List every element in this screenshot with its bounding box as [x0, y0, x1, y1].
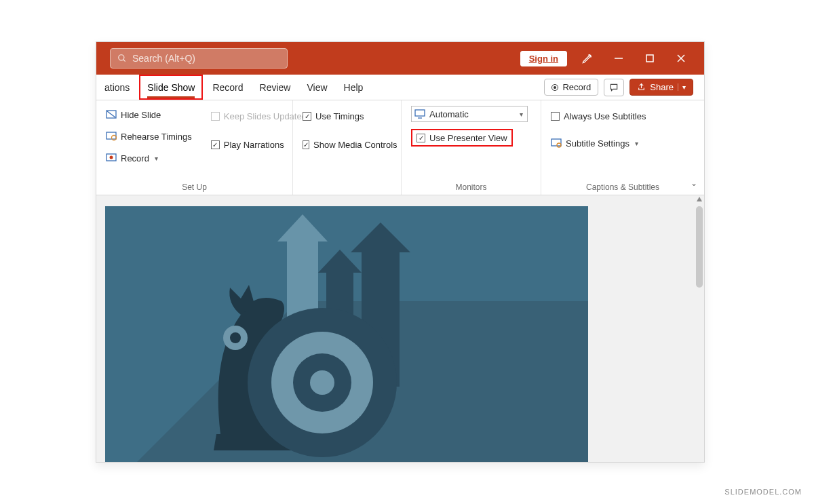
close-button[interactable] [670, 47, 692, 69]
search-placeholder: Search (Alt+Q) [132, 53, 195, 64]
checkbox-icon [551, 112, 560, 121]
signin-button[interactable]: Sign in [520, 51, 567, 66]
svg-point-11 [110, 156, 113, 159]
record-button[interactable]: Record [544, 79, 598, 96]
record-icon [106, 153, 117, 163]
svg-line-1 [123, 60, 125, 62]
group-title-captions: Captions & Subtitles [551, 178, 695, 192]
pen-icon[interactable] [577, 47, 598, 69]
svg-line-7 [107, 111, 115, 117]
subtitle-settings-label: Subtitle Settings [566, 138, 629, 149]
record-dot-icon [551, 84, 558, 91]
tab-review[interactable]: Review [252, 75, 299, 100]
vertical-scrollbar[interactable] [696, 206, 703, 288]
hide-slide-icon [106, 109, 117, 120]
show-media-label: Show Media Controls [313, 140, 398, 150]
group-title-empty [303, 178, 391, 192]
ribbon-content: Hide Slide Rehearse Timings Record ▾ [96, 100, 704, 195]
record-button-label: Record [562, 82, 591, 92]
always-subs-label: Always Use Subtitles [564, 111, 646, 121]
chevron-down-icon: ▾ [678, 83, 686, 91]
monitor-icon [414, 109, 425, 119]
group-setup: Hide Slide Rehearse Timings Record ▾ [96, 100, 293, 195]
checkbox-icon: ✓ [416, 134, 425, 142]
use-presenter-view-checkbox[interactable]: ✓ Use Presenter View [411, 129, 513, 147]
always-subtitles-checkbox[interactable]: Always Use Subtitles [551, 107, 695, 125]
minimize-button[interactable] [608, 47, 629, 69]
share-button-label: Share [650, 82, 674, 92]
slide-canvas-area: Hoshin Kanri [96, 195, 704, 462]
monitor-value: Automatic [429, 109, 469, 119]
ribbon-tabs: ations Slide Show Record Review View Hel… [96, 75, 704, 100]
group-monitors: Automatic ▾ ✓ Use Presenter View Monitor… [402, 100, 541, 195]
share-button[interactable]: Share ▾ [629, 79, 693, 96]
comment-icon [609, 83, 619, 92]
tab-slideshow[interactable]: Slide Show [139, 75, 203, 100]
play-narrations-label: Play Narrations [224, 140, 284, 150]
slide-preview[interactable]: Hoshin Kanri [105, 206, 588, 462]
window-controls: Sign in [520, 47, 704, 69]
svg-rect-14 [551, 139, 561, 146]
chevron-down-icon: ▾ [520, 111, 523, 118]
rehearse-label: Rehearse Timings [121, 132, 192, 142]
rehearse-icon [106, 131, 117, 142]
chevron-down-icon: ▾ [155, 155, 158, 162]
group-title-monitors: Monitors [411, 178, 531, 192]
play-narrations-checkbox[interactable]: ✓ Play Narrations [211, 136, 307, 153]
tab-view[interactable]: View [298, 75, 335, 100]
rehearse-timings-button[interactable]: Rehearse Timings [106, 128, 192, 145]
search-icon [117, 54, 127, 63]
record-label: Record [121, 153, 149, 163]
share-icon [637, 83, 646, 92]
maximize-button[interactable] [639, 47, 661, 69]
svg-point-17 [230, 332, 241, 343]
target-icon [248, 308, 397, 457]
use-timings-label: Use Timings [315, 111, 364, 121]
hide-slide-button[interactable]: Hide Slide [106, 106, 192, 123]
checkbox-icon [211, 112, 220, 121]
keep-slides-updated-checkbox: Keep Slides Updated [211, 107, 307, 125]
search-input[interactable]: Search (Alt+Q) [110, 48, 288, 69]
svg-rect-12 [415, 110, 425, 116]
group-captions: Always Use Subtitles Subtitle Settings ▾… [541, 100, 704, 195]
record-dropdown[interactable]: Record ▾ [106, 149, 192, 167]
checkbox-icon: ✓ [211, 140, 220, 149]
tab-partial[interactable]: ations [103, 75, 138, 100]
watermark: SLIDEMODEL.COM [724, 488, 802, 496]
svg-rect-3 [646, 55, 653, 62]
chevron-down-icon: ▾ [635, 140, 638, 147]
tab-record[interactable]: Record [204, 75, 251, 100]
comments-button[interactable] [604, 79, 624, 96]
hide-slide-label: Hide Slide [121, 110, 161, 120]
subtitle-settings-dropdown[interactable]: Subtitle Settings ▾ [551, 134, 695, 152]
group-timings: ✓ Use Timings ✓ Show Media Controls [293, 100, 402, 195]
show-media-controls-checkbox[interactable]: ✓ Show Media Controls [303, 136, 391, 153]
subtitle-settings-icon [551, 138, 562, 149]
group-title-setup: Set Up [106, 178, 283, 192]
use-timings-checkbox[interactable]: ✓ Use Timings [303, 107, 391, 125]
monitor-dropdown[interactable]: Automatic ▾ [411, 106, 528, 122]
tab-help[interactable]: Help [336, 75, 372, 100]
svg-point-15 [557, 143, 561, 147]
checkbox-icon: ✓ [303, 112, 311, 121]
presenter-view-label: Use Presenter View [429, 133, 507, 143]
app-window: Search (Alt+Q) Sign in ations Slide Show… [96, 41, 705, 463]
svg-point-0 [119, 55, 124, 60]
collapse-ribbon-button[interactable]: ⌄ [691, 178, 697, 188]
titlebar: Search (Alt+Q) Sign in [96, 42, 704, 75]
checkbox-icon: ✓ [303, 140, 309, 149]
